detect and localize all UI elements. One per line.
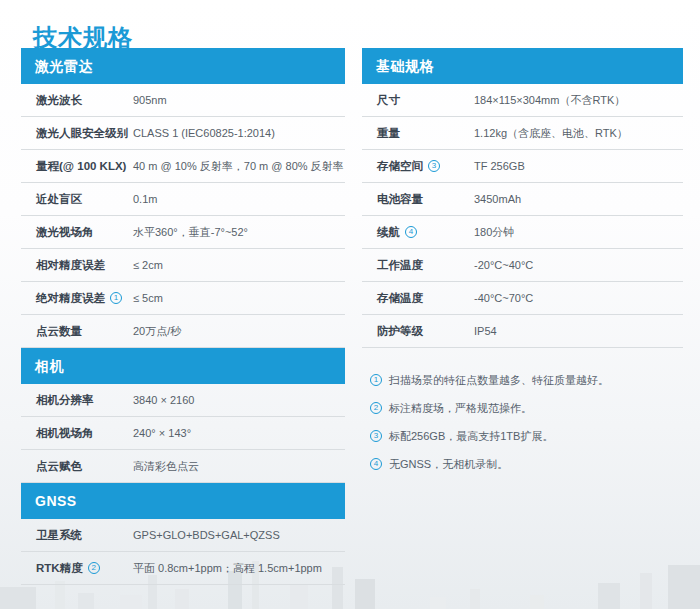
spec-row: 绝对精度误差1≤ 5cm [21,282,345,315]
building-silhouette [175,589,189,609]
spec-label: 相对精度误差 [36,258,133,273]
spec-table: 激光雷达激光波长905nm激光人眼安全级别CLASS 1 (IEC60825-1… [21,48,345,348]
spec-label-text: RTK精度 [36,561,83,576]
spec-table: 基础规格尺寸184×115×304mm（不含RTK）重量1.12kg（含底座、电… [362,48,683,348]
footnote-badge: 1 [110,292,122,304]
spec-value: 184×115×304mm（不含RTK） [474,93,683,108]
spec-row: 存储空间3TF 256GB [362,150,683,183]
spec-label-text: 卫星系统 [36,528,82,543]
spec-value: 40 m @ 10% 反射率，70 m @ 80% 反射率 [133,159,345,174]
spec-label: 相机视场角 [36,426,133,441]
building-silhouette [290,585,308,609]
spec-value: ≤ 2cm [133,259,345,271]
spec-table: 相机相机分辨率3840 × 2160相机视场角240° × 143°点云赋色高清… [21,348,345,483]
spec-row: 相对精度误差≤ 2cm [21,249,345,282]
spec-row: 续航4180分钟 [362,216,683,249]
spec-label-text: 存储温度 [377,291,423,306]
spec-label: 近处盲区 [36,192,133,207]
spec-value: 180分钟 [474,225,683,240]
spec-value: 3450mAh [474,193,683,205]
building-silhouette [470,589,480,609]
spec-label-text: 电池容量 [377,192,423,207]
spec-label: 工作温度 [377,258,474,273]
spec-value: IP54 [474,325,683,337]
section-header: 相机 [21,348,345,384]
building-silhouette [430,597,446,609]
footnote: 3标配256GB，最高支持1TB扩展。 [370,422,683,450]
footnote-badge: 2 [88,562,100,574]
spec-label: 激光视场角 [36,225,133,240]
spec-row: 激光视场角水平360°，垂直-7°~52° [21,216,345,249]
spec-label-text: 尺寸 [377,93,400,108]
footnote: 1扫描场景的特征点数量越多、特征质量越好。 [370,366,683,394]
spec-label: 量程(@ 100 KLX) [36,159,133,174]
building-silhouette [530,595,544,609]
spec-value: -40°C~70°C [474,292,683,304]
spec-row: 激光人眼安全级别CLASS 1 (IEC60825-1:2014) [21,117,345,150]
spec-row: 相机视场角240° × 143° [21,417,345,450]
footnote: 4无GNSS，无相机录制。 [370,450,683,478]
spec-label-text: 相对精度误差 [36,258,105,273]
spec-value: 905nm [133,94,345,106]
spec-label-text: 激光视场角 [36,225,94,240]
spec-label: RTK精度2 [36,561,133,576]
building-silhouette [640,573,652,609]
building-silhouette [55,581,65,609]
footnote-badge: 3 [428,160,440,172]
spec-value: 水平360°，垂直-7°~52° [133,225,345,240]
spec-value: ≤ 5cm [133,292,345,304]
section-header: GNSS [21,483,345,519]
spec-column-right: 基础规格尺寸184×115×304mm（不含RTK）重量1.12kg（含底座、电… [362,48,683,478]
spec-label: 点云赋色 [36,459,133,474]
footnote-text: 标配256GB，最高支持1TB扩展。 [389,429,553,444]
footnote-badge: 4 [370,458,382,470]
spec-value: 20万点/秒 [133,324,345,339]
spec-label: 点云数量 [36,324,133,339]
spec-label: 尺寸 [377,93,474,108]
spec-value: GPS+GLO+BDS+GAL+QZSS [133,529,345,541]
spec-value: 240° × 143° [133,427,345,439]
footnote-text: 无GNSS，无相机录制。 [389,457,508,472]
spec-label: 激光人眼安全级别 [36,126,133,141]
spec-row: 防护等级IP54 [362,315,683,348]
spec-label-text: 工作温度 [377,258,423,273]
spec-value: TF 256GB [474,160,683,172]
spec-label-text: 近处盲区 [36,192,82,207]
spec-row: 近处盲区0.1m [21,183,345,216]
spec-label: 重量 [377,126,474,141]
footnote-badge: 1 [370,374,382,386]
spec-row: 存储温度-40°C~70°C [362,282,683,315]
spec-label: 防护等级 [377,324,474,339]
spec-label: 激光波长 [36,93,133,108]
spec-value: 0.1m [133,193,345,205]
spec-table: GNSS卫星系统GPS+GLO+BDS+GAL+QZSSRTK精度2平面 0.8… [21,483,345,585]
spec-label-text: 点云赋色 [36,459,82,474]
spec-row: 尺寸184×115×304mm（不含RTK） [362,84,683,117]
footnote-list: 1扫描场景的特征点数量越多、特征质量越好。2标注精度场，严格规范操作。3标配25… [362,366,683,478]
spec-label: 绝对精度误差1 [36,291,133,306]
section-header: 激光雷达 [21,48,345,84]
spec-row: 重量1.12kg（含底座、电池、RTK） [362,117,683,150]
building-silhouette [598,583,620,609]
footnote-badge: 4 [405,226,417,238]
spec-value: 高清彩色点云 [133,459,345,474]
spec-label-text: 点云数量 [36,324,82,339]
building-silhouette [668,565,700,609]
spec-label-text: 存储空间 [377,159,423,174]
spec-label-text: 绝对精度误差 [36,291,105,306]
building-silhouette [78,593,94,609]
spec-value: 3840 × 2160 [133,394,345,406]
spec-label: 存储空间3 [377,159,474,174]
spec-row: 卫星系统GPS+GLO+BDS+GAL+QZSS [21,519,345,552]
spec-label-text: 续航 [377,225,400,240]
building-silhouette [0,587,36,609]
spec-label-text: 量程(@ 100 KLX) [36,159,126,174]
section-header: 基础规格 [362,48,683,84]
spec-row: 点云赋色高清彩色点云 [21,450,345,483]
spec-label: 相机分辨率 [36,393,133,408]
spec-row: 工作温度-20°C~40°C [362,249,683,282]
spec-row: 激光波长905nm [21,84,345,117]
spec-value: -20°C~40°C [474,259,683,271]
building-silhouette [120,595,142,609]
spec-value: CLASS 1 (IEC60825-1:2014) [133,127,345,139]
